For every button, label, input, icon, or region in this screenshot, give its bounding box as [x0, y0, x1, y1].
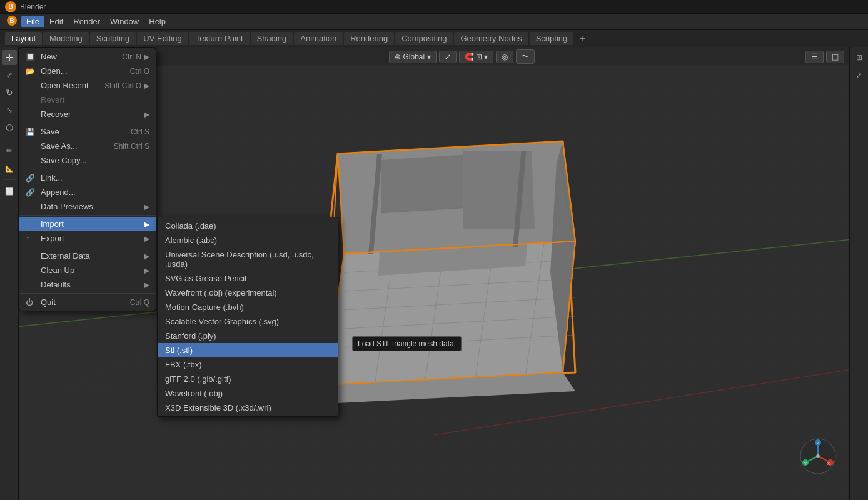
separator-1 — [19, 122, 156, 123]
menu-item-quit-label: Quit — [41, 298, 130, 307]
menu-item-recover-arrow: ▶ — [144, 110, 149, 119]
import-x3d[interactable]: X3D Extensible 3D (.x3d/.wrl) — [158, 401, 338, 415]
menu-help[interactable]: Help — [144, 16, 171, 28]
menu-item-save[interactable]: 💾 Save Ctrl S — [19, 124, 156, 139]
menu-item-defaults-arrow: ▶ — [144, 281, 149, 289]
menu-item-open-recent-shortcut: Shift Ctrl O — [104, 81, 141, 90]
menu-item-open-label: Open... — [41, 66, 130, 76]
proportional-edit-button[interactable]: ◎ — [496, 51, 513, 63]
add-workspace-button[interactable]: + — [575, 31, 590, 46]
menu-item-save-as[interactable]: Save As... Shift Ctrl S — [19, 139, 156, 153]
tab-layout[interactable]: Layout — [5, 32, 42, 45]
tool-add-cube[interactable]: ⬜ — [2, 184, 17, 199]
import-stanford[interactable]: Stanford (.ply) — [158, 329, 338, 343]
menu-render[interactable]: Render — [68, 16, 105, 28]
svg-text:Z: Z — [817, 441, 819, 445]
menu-item-open-recent-arrow: ▶ — [144, 81, 149, 90]
separator-4 — [19, 247, 156, 248]
global-transform-button[interactable]: ⊕ Global ▾ — [389, 51, 436, 63]
tab-uv-editing[interactable]: UV Editing — [137, 32, 188, 45]
curve-button[interactable]: 〜 — [516, 49, 535, 64]
tab-animation[interactable]: Animation — [294, 32, 343, 45]
tab-shading[interactable]: Shading — [251, 32, 293, 45]
right-tool-2[interactable]: ⤢ — [852, 68, 867, 82]
snap-button[interactable]: 🧲 ⊡ ▾ — [459, 51, 494, 63]
menu-file[interactable]: File — [21, 16, 44, 28]
blender-menu-icon[interactable]: B — [3, 14, 21, 30]
import-svg-grease[interactable]: SVG as Grease Pencil — [158, 271, 338, 286]
menu-item-import[interactable]: ↓ Import ▶ Collada (.dae) Alembic (.abc)… — [19, 217, 156, 231]
import-submenu: Collada (.dae) Alembic (.abc) Universal … — [157, 217, 338, 417]
tab-rendering[interactable]: Rendering — [344, 32, 394, 45]
import-svg-scalable[interactable]: Scalable Vector Graphics (.svg) — [158, 314, 338, 329]
transform-gizmo-button[interactable]: ⤢ — [439, 51, 457, 63]
tool-cursor[interactable]: ✛ — [2, 50, 17, 65]
tool-move[interactable]: ⤢ — [2, 68, 17, 82]
menu-item-open-shortcut: Ctrl O — [130, 67, 149, 76]
import-wavefront-obj[interactable]: Wavefront (.obj) — [158, 386, 338, 401]
import-usd[interactable]: Universal Scene Description (.usd, .usdc… — [158, 248, 338, 271]
menu-item-data-previews-label: Data Previews — [41, 202, 141, 211]
tab-geometry-nodes[interactable]: Geometry Nodes — [454, 32, 528, 45]
tool-annotate[interactable]: ✏ — [2, 143, 17, 158]
menu-item-append[interactable]: 🔗 Append... — [19, 185, 156, 199]
tab-modeling[interactable]: Modeling — [43, 32, 89, 45]
import-icon: ↓ — [26, 220, 37, 229]
open-icon: 📂 — [26, 67, 37, 76]
import-gltf[interactable]: glTF 2.0 (.glb/.gltf) — [158, 372, 338, 386]
menu-item-external-data-label: External Data — [41, 251, 141, 261]
tool-rotate[interactable]: ↻ — [2, 85, 17, 100]
menu-item-append-label: Append... — [41, 188, 149, 197]
menu-item-revert-label: Revert — [41, 95, 149, 104]
menu-edit[interactable]: Edit — [44, 16, 68, 28]
file-menu: 🔲 New Ctrl N ▶ 📂 Open... Ctrl O Open Rec… — [19, 48, 156, 311]
tab-compositing[interactable]: Compositing — [395, 32, 453, 45]
menu-item-cleanup-arrow: ▶ — [144, 266, 149, 275]
menu-item-link[interactable]: 🔗 Link... — [19, 171, 156, 185]
quit-icon: ⏻ — [26, 298, 37, 307]
overlay-button[interactable]: ◫ — [826, 51, 844, 63]
tab-texture-paint[interactable]: Texture Paint — [189, 32, 250, 45]
menu-item-cleanup-label: Clean Up — [41, 266, 141, 275]
import-motion-capture[interactable]: Motion Capture (.bvh) — [158, 300, 338, 314]
import-fbx[interactable]: FBX (.fbx) — [158, 358, 338, 372]
import-alembic[interactable]: Alembic (.abc) — [158, 233, 338, 248]
navigation-gizmo[interactable]: X Y Z — [799, 438, 837, 475]
menu-item-defaults-label: Defaults — [41, 280, 141, 289]
append-icon: 🔗 — [26, 188, 37, 197]
menu-item-cleanup[interactable]: Clean Up ▶ — [19, 263, 156, 278]
menu-item-save-copy[interactable]: Save Copy... — [19, 153, 156, 168]
right-tool-1[interactable]: ⊞ — [852, 50, 867, 65]
menu-item-export[interactable]: ↑ Export ▶ — [19, 231, 156, 246]
menu-item-revert[interactable]: Revert — [19, 92, 156, 107]
import-stl[interactable]: Stl (.stl) — [158, 343, 338, 358]
menu-item-open-recent[interactable]: Open Recent Shift Ctrl O ▶ — [19, 78, 156, 92]
menu-item-new[interactable]: 🔲 New Ctrl N ▶ — [19, 49, 156, 64]
menu-item-data-previews[interactable]: Data Previews ▶ — [19, 199, 156, 214]
menu-item-open[interactable]: 📂 Open... Ctrl O — [19, 64, 156, 78]
menu-window[interactable]: Window — [105, 16, 144, 28]
tool-scale[interactable]: ⤡ — [2, 102, 17, 118]
tool-measure[interactable]: 📐 — [2, 161, 17, 176]
import-wavefront-exp[interactable]: Wavefront (.obj) (experimental) — [158, 286, 338, 300]
tool-transform[interactable]: ⬡ — [2, 120, 17, 135]
main-area: ✛ ⤢ ↻ ⤡ ⬡ ✏ 📐 ⬜ Select Add Object ⊕ Glob… — [0, 48, 868, 500]
svg-text:B: B — [9, 18, 14, 24]
link-icon: 🔗 — [26, 174, 37, 182]
tab-scripting[interactable]: Scripting — [530, 32, 574, 45]
menu-item-defaults[interactable]: Defaults ▶ — [19, 278, 156, 292]
menu-item-quit[interactable]: ⏻ Quit Ctrl Q — [19, 295, 156, 309]
menu-item-external-data[interactable]: External Data ▶ — [19, 249, 156, 263]
svg-text:X: X — [827, 462, 830, 466]
sidebar-separator — [3, 139, 16, 139]
tab-sculpting[interactable]: Sculpting — [90, 32, 136, 45]
viewport-shading-button[interactable]: ☰ — [805, 51, 824, 63]
viewport-3d[interactable]: Select Add Object ⊕ Global ▾ ⤢ 🧲 ⊡ ▾ ◎ 〜… — [19, 48, 849, 500]
sidebar-separator-2 — [3, 179, 16, 180]
menu-item-export-arrow: ▶ — [144, 234, 149, 243]
import-collada[interactable]: Collada (.dae) — [158, 219, 338, 233]
menu-item-recover[interactable]: Recover ▶ — [19, 107, 156, 121]
svg-point-50 — [816, 454, 820, 458]
new-icon: 🔲 — [26, 52, 37, 61]
separator-5 — [19, 293, 156, 294]
